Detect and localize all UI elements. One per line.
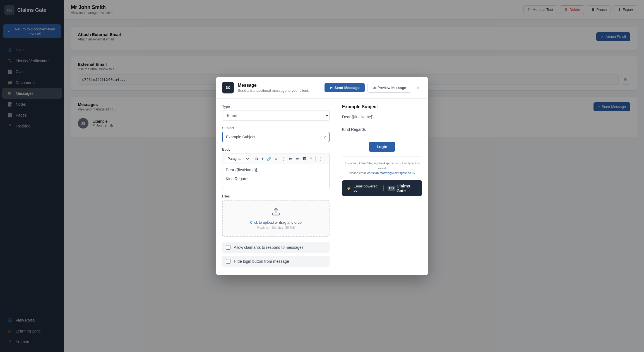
modal-preview: Example Subject Dear {{firstName}}, Kind… — [336, 99, 428, 275]
preview-sign-off: Kind Regards — [342, 126, 422, 132]
powered-by-divider — [383, 185, 384, 191]
preview-button-label: Preview Message — [378, 86, 406, 90]
body-label: Body — [222, 147, 330, 151]
cg-monogram: CG — [388, 186, 395, 191]
body-field-group: Body Paragraph B I 🔗 ≡ ⋮ ⬅ ➡ 🖼 — [222, 147, 330, 189]
align-right-button[interactable]: ➡ — [294, 156, 301, 162]
preview-body: Dear {{firstName}}, Kind Regards — [342, 114, 422, 132]
send-button-label: Send Message — [334, 86, 359, 90]
subject-check-icon: ✓ — [323, 134, 327, 140]
allow-claimants-checkbox[interactable] — [226, 245, 230, 250]
modal-title: Message — [238, 83, 309, 88]
preview-footer-line2: Please email christian.morton@claimsgate… — [342, 171, 422, 176]
powered-by-brand-wrap: CG Claims Gate — [388, 184, 417, 193]
allow-claimants-option: Allow claimants to respond to messages — [222, 242, 330, 253]
paragraph-select[interactable]: Paragraph — [225, 155, 250, 162]
quote-button[interactable]: " — [309, 156, 314, 162]
lightning-icon: ⚡ — [347, 186, 351, 191]
allow-claimants-label: Allow claimants to respond to messages — [234, 245, 304, 250]
toolbar-divider-1 — [252, 156, 252, 161]
bullet-list-button[interactable]: ≡ — [273, 156, 279, 162]
upload-hint: Maximum file size: 30 MB — [229, 226, 322, 230]
modal-close-button[interactable]: × — [414, 83, 422, 92]
powered-by-badge: ⚡ Email powered by CG Claims Gate — [342, 180, 422, 196]
footer-text: Please email — [349, 171, 367, 175]
files-label: Files — [222, 194, 330, 198]
send-message-button[interactable]: ➤ Send Message — [325, 83, 364, 92]
upload-icon — [229, 207, 322, 218]
preview-greeting: Dear {{firstName}}, — [342, 114, 422, 120]
message-modal: ✉ Message Send a transactional message t… — [216, 77, 428, 275]
cg-brand-name: Claims Gate — [397, 184, 417, 193]
modal-form: Type Email SMS Subject ✓ Body — [216, 99, 336, 275]
preview-footer: To contact Chris Staging Workspace do no… — [342, 161, 422, 176]
align-left-button[interactable]: ⬅ — [287, 156, 294, 162]
body-line-2 — [226, 172, 326, 177]
files-field-group: Files Click to upload or drag and drop — [222, 194, 330, 237]
preview-message-button[interactable]: ✉ Preview Message — [367, 83, 412, 93]
editor-body[interactable]: Dear {{firstName}}, Kind Regards — [222, 164, 330, 189]
subject-input[interactable] — [222, 132, 330, 142]
italic-button[interactable]: I — [260, 156, 265, 162]
preview-divider-2 — [342, 156, 422, 156]
subject-input-wrap: ✓ — [222, 132, 330, 142]
body-line-1: Dear {{firstName}}, — [226, 168, 326, 172]
upload-link[interactable]: Click to upload — [250, 220, 274, 225]
login-button-label: Login — [377, 144, 387, 149]
preview-login-button[interactable]: Login — [369, 142, 395, 152]
modal-overlay: ✉ Message Send a transactional message t… — [0, 0, 644, 352]
modal-email-icon: ✉ — [226, 85, 230, 91]
more-options-button[interactable]: ⋮ — [317, 156, 324, 162]
preview-icon: ✉ — [373, 86, 376, 90]
body-line-3: Kind Regards — [226, 177, 326, 181]
modal-header-actions: ➤ Send Message ✉ Preview Message × — [325, 83, 422, 93]
modal-title-wrap: Message Send a transactional message to … — [238, 83, 309, 93]
upload-area[interactable]: Click to upload or drag and drop Maximum… — [222, 200, 330, 237]
upload-text: Click to upload or drag and drop — [229, 220, 322, 225]
modal-subtitle: Send a transactional message to your cli… — [238, 88, 309, 93]
modal-icon-wrap: ✉ — [222, 82, 234, 93]
toolbar-divider-2 — [315, 156, 316, 161]
image-button[interactable]: 🖼 — [301, 156, 308, 162]
type-label: Type — [222, 104, 330, 109]
type-select[interactable]: Email SMS — [222, 110, 330, 121]
modal-body: Type Email SMS Subject ✓ Body — [216, 99, 428, 275]
modal-header: ✉ Message Send a transactional message t… — [216, 77, 428, 99]
upload-text-rest: or drag and drop — [274, 220, 302, 225]
preview-divider — [342, 137, 422, 137]
hide-login-option: Hide login button from message — [222, 256, 330, 267]
bold-button[interactable]: B — [254, 156, 259, 162]
preview-footer-line1: To contact Chris Staging Workspace do no… — [342, 161, 422, 171]
subject-field-group: Subject ✓ — [222, 126, 330, 142]
link-button[interactable]: 🔗 — [265, 156, 273, 162]
send-icon: ➤ — [330, 86, 333, 90]
type-field-group: Type Email SMS — [222, 104, 330, 121]
footer-email-link[interactable]: christian.morton@claimsgate.co.uk — [367, 171, 415, 175]
powered-by-label: Email powered by — [354, 184, 379, 192]
hide-login-label: Hide login button from message — [234, 259, 289, 264]
editor-toolbar: Paragraph B I 🔗 ≡ ⋮ ⬅ ➡ 🖼 " ⋮ — [222, 153, 330, 164]
preview-subject: Example Subject — [342, 104, 422, 109]
subject-label: Subject — [222, 126, 330, 130]
hide-login-checkbox[interactable] — [226, 259, 230, 264]
ordered-list-button[interactable]: ⋮ — [280, 156, 287, 162]
